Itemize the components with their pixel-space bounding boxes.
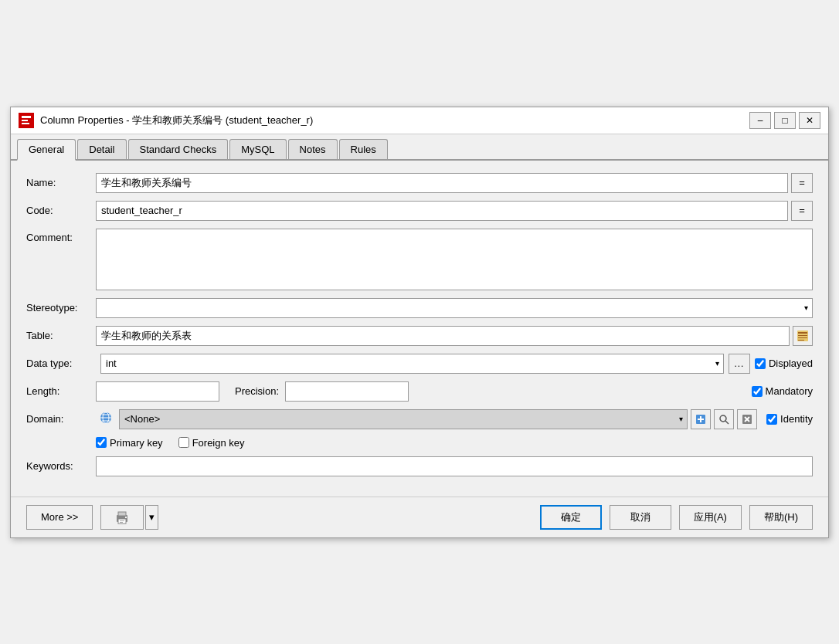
domain-label: Domain: bbox=[26, 413, 96, 425]
footer: More >> ▾ 确定 取消 应用(A) 帮助(H) bbox=[11, 497, 828, 537]
tab-general[interactable]: General bbox=[17, 139, 76, 161]
domain-search-button[interactable] bbox=[714, 409, 734, 429]
domain-select[interactable]: <None> bbox=[119, 409, 688, 429]
keys-row: Primary key Foreign key bbox=[26, 437, 813, 449]
tab-rules[interactable]: Rules bbox=[339, 139, 388, 159]
svg-line-18 bbox=[725, 421, 729, 424]
ok-button[interactable]: 确定 bbox=[540, 505, 602, 530]
datatype-dots-button[interactable]: ... bbox=[729, 354, 750, 374]
apply-button[interactable]: 应用(A) bbox=[679, 505, 742, 530]
displayed-checkbox[interactable] bbox=[755, 358, 766, 369]
mandatory-label: Mandatory bbox=[766, 385, 813, 397]
column-properties-dialog: Column Properties - 学生和教师关系编号 (student_t… bbox=[10, 107, 829, 538]
domain-select-wrapper: <None> ▾ bbox=[119, 409, 688, 429]
more-button[interactable]: More >> bbox=[26, 505, 93, 530]
tab-mysql[interactable]: MySQL bbox=[229, 139, 286, 159]
table-label: Table: bbox=[26, 330, 96, 341]
comment-label: Comment: bbox=[26, 229, 96, 243]
mandatory-checkbox-label[interactable]: Mandatory bbox=[752, 385, 813, 397]
print-button[interactable] bbox=[100, 505, 144, 530]
window-title: Column Properties - 学生和教师关系编号 (student_t… bbox=[40, 114, 313, 127]
table-browse-button[interactable] bbox=[793, 326, 813, 346]
datatype-row: Data type: int varchar bigint float doub… bbox=[26, 354, 813, 374]
length-input[interactable] bbox=[96, 381, 219, 402]
datatype-label: Data type: bbox=[26, 358, 96, 369]
mandatory-wrap: Mandatory bbox=[752, 385, 813, 397]
code-input[interactable] bbox=[96, 201, 788, 221]
tab-detail[interactable]: Detail bbox=[77, 139, 126, 159]
print-group: ▾ bbox=[100, 505, 158, 530]
domain-clear-button[interactable] bbox=[737, 409, 757, 429]
comment-input[interactable] bbox=[96, 229, 813, 290]
mandatory-checkbox[interactable] bbox=[752, 386, 763, 397]
code-label: Code: bbox=[26, 205, 96, 216]
domain-icon bbox=[99, 411, 113, 427]
minimize-button[interactable]: – bbox=[749, 112, 771, 129]
code-row: Code: = bbox=[26, 201, 813, 221]
code-eq-button[interactable]: = bbox=[791, 201, 813, 221]
primary-key-checkbox[interactable] bbox=[96, 437, 107, 448]
tab-notes[interactable]: Notes bbox=[288, 139, 338, 159]
precision-label: Precision: bbox=[235, 385, 279, 397]
primary-key-label: Primary key bbox=[110, 437, 163, 449]
svg-rect-6 bbox=[798, 335, 807, 336]
name-eq-button[interactable]: = bbox=[791, 173, 813, 193]
help-button[interactable]: 帮助(H) bbox=[749, 505, 813, 530]
tab-bar: General Detail Standard Checks MySQL Not… bbox=[11, 134, 828, 161]
identity-checkbox[interactable] bbox=[766, 414, 777, 425]
svg-rect-26 bbox=[120, 522, 123, 523]
identity-label: Identity bbox=[780, 413, 813, 425]
title-bar-left: Column Properties - 学生和教师关系编号 (student_t… bbox=[19, 113, 313, 128]
datatype-select[interactable]: int varchar bigint float double decimal … bbox=[100, 354, 724, 374]
identity-checkbox-label[interactable]: Identity bbox=[766, 413, 813, 425]
name-row: Name: = bbox=[26, 173, 813, 193]
datatype-select-wrapper: int varchar bigint float double decimal … bbox=[100, 354, 724, 374]
foreign-key-checkbox-label[interactable]: Foreign key bbox=[178, 437, 245, 449]
keywords-row: Keywords: bbox=[26, 456, 813, 476]
name-input[interactable] bbox=[96, 173, 788, 193]
svg-rect-25 bbox=[120, 520, 124, 521]
svg-rect-27 bbox=[125, 517, 127, 518]
form-content: Name: = Code: = Comment: Stereotype: ▾ bbox=[11, 161, 828, 497]
name-label: Name: bbox=[26, 177, 96, 188]
title-bar: Column Properties - 学生和教师关系编号 (student_t… bbox=[11, 107, 828, 134]
svg-rect-7 bbox=[798, 337, 807, 338]
close-button[interactable]: ✕ bbox=[799, 112, 820, 129]
precision-input[interactable] bbox=[285, 381, 409, 402]
stereotype-row: Stereotype: ▾ bbox=[26, 298, 813, 318]
displayed-checkbox-label[interactable]: Displayed bbox=[755, 358, 813, 369]
svg-rect-1 bbox=[22, 116, 31, 118]
comment-row: Comment: bbox=[26, 229, 813, 290]
title-buttons: – □ ✕ bbox=[749, 112, 820, 129]
keywords-label: Keywords: bbox=[26, 460, 96, 472]
app-icon bbox=[19, 113, 34, 128]
svg-point-17 bbox=[720, 415, 726, 422]
length-label: Length: bbox=[26, 385, 96, 397]
stereotype-select[interactable] bbox=[96, 298, 813, 318]
svg-rect-2 bbox=[22, 120, 28, 121]
svg-rect-3 bbox=[22, 123, 29, 124]
stereotype-label: Stereotype: bbox=[26, 302, 96, 314]
tab-standard-checks[interactable]: Standard Checks bbox=[128, 139, 229, 159]
domain-new-button[interactable] bbox=[691, 409, 711, 429]
primary-key-checkbox-label[interactable]: Primary key bbox=[96, 437, 163, 449]
length-precision-row: Length: Precision: Mandatory bbox=[26, 381, 813, 402]
foreign-key-checkbox[interactable] bbox=[178, 437, 189, 448]
stereotype-select-wrapper: ▾ bbox=[96, 298, 813, 318]
svg-rect-5 bbox=[798, 332, 807, 334]
cancel-button[interactable]: 取消 bbox=[610, 505, 671, 530]
svg-rect-8 bbox=[798, 340, 804, 341]
maximize-button[interactable]: □ bbox=[774, 112, 796, 129]
table-row: Table: bbox=[26, 326, 813, 346]
keywords-input[interactable] bbox=[96, 456, 813, 476]
foreign-key-label: Foreign key bbox=[192, 437, 245, 449]
print-dropdown-button[interactable]: ▾ bbox=[145, 505, 158, 530]
table-input[interactable] bbox=[96, 326, 790, 346]
displayed-label: Displayed bbox=[769, 358, 813, 369]
svg-rect-23 bbox=[118, 512, 126, 516]
domain-row: Domain: <None> ▾ bbox=[26, 409, 813, 429]
